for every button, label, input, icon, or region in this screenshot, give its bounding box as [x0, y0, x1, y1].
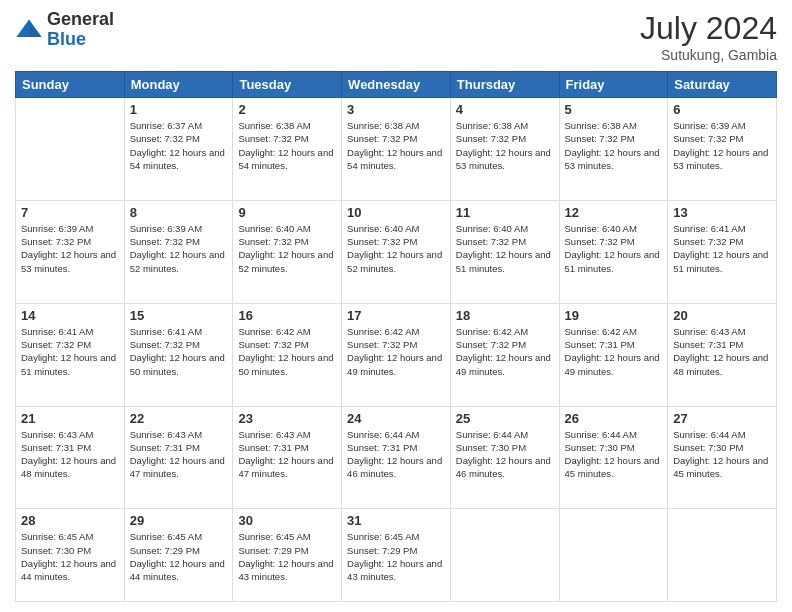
- day-info: Sunrise: 6:41 AMSunset: 7:32 PMDaylight:…: [130, 325, 228, 378]
- calendar-cell: 31Sunrise: 6:45 AMSunset: 7:29 PMDayligh…: [342, 509, 451, 602]
- day-number: 13: [673, 205, 771, 220]
- calendar-cell: 15Sunrise: 6:41 AMSunset: 7:32 PMDayligh…: [124, 303, 233, 406]
- month-year: July 2024: [640, 10, 777, 47]
- day-of-week-header: Thursday: [450, 72, 559, 98]
- day-number: 3: [347, 102, 445, 117]
- day-info: Sunrise: 6:38 AMSunset: 7:32 PMDaylight:…: [456, 119, 554, 172]
- day-number: 14: [21, 308, 119, 323]
- logo-icon: [15, 16, 43, 44]
- day-info: Sunrise: 6:43 AMSunset: 7:31 PMDaylight:…: [238, 428, 336, 481]
- day-info: Sunrise: 6:45 AMSunset: 7:29 PMDaylight:…: [130, 530, 228, 583]
- day-info: Sunrise: 6:42 AMSunset: 7:32 PMDaylight:…: [347, 325, 445, 378]
- day-of-week-header: Sunday: [16, 72, 125, 98]
- day-info: Sunrise: 6:38 AMSunset: 7:32 PMDaylight:…: [347, 119, 445, 172]
- day-number: 16: [238, 308, 336, 323]
- day-info: Sunrise: 6:44 AMSunset: 7:30 PMDaylight:…: [456, 428, 554, 481]
- day-number: 30: [238, 513, 336, 528]
- day-number: 5: [565, 102, 663, 117]
- day-number: 28: [21, 513, 119, 528]
- day-info: Sunrise: 6:38 AMSunset: 7:32 PMDaylight:…: [565, 119, 663, 172]
- calendar-week-row: 28Sunrise: 6:45 AMSunset: 7:30 PMDayligh…: [16, 509, 777, 602]
- day-number: 9: [238, 205, 336, 220]
- calendar-cell: 11Sunrise: 6:40 AMSunset: 7:32 PMDayligh…: [450, 200, 559, 303]
- day-info: Sunrise: 6:43 AMSunset: 7:31 PMDaylight:…: [673, 325, 771, 378]
- day-number: 26: [565, 411, 663, 426]
- day-of-week-header: Monday: [124, 72, 233, 98]
- day-number: 7: [21, 205, 119, 220]
- calendar-cell: 3Sunrise: 6:38 AMSunset: 7:32 PMDaylight…: [342, 98, 451, 201]
- day-info: Sunrise: 6:42 AMSunset: 7:32 PMDaylight:…: [456, 325, 554, 378]
- day-info: Sunrise: 6:40 AMSunset: 7:32 PMDaylight:…: [565, 222, 663, 275]
- header: General Blue July 2024 Sutukung, Gambia: [15, 10, 777, 63]
- day-info: Sunrise: 6:39 AMSunset: 7:32 PMDaylight:…: [21, 222, 119, 275]
- day-number: 8: [130, 205, 228, 220]
- calendar-cell: [16, 98, 125, 201]
- day-number: 17: [347, 308, 445, 323]
- logo-text: General Blue: [47, 10, 114, 50]
- day-info: Sunrise: 6:43 AMSunset: 7:31 PMDaylight:…: [130, 428, 228, 481]
- day-info: Sunrise: 6:45 AMSunset: 7:30 PMDaylight:…: [21, 530, 119, 583]
- calendar: SundayMondayTuesdayWednesdayThursdayFrid…: [15, 71, 777, 602]
- calendar-cell: 14Sunrise: 6:41 AMSunset: 7:32 PMDayligh…: [16, 303, 125, 406]
- calendar-cell: 19Sunrise: 6:42 AMSunset: 7:31 PMDayligh…: [559, 303, 668, 406]
- day-info: Sunrise: 6:43 AMSunset: 7:31 PMDaylight:…: [21, 428, 119, 481]
- calendar-cell: 13Sunrise: 6:41 AMSunset: 7:32 PMDayligh…: [668, 200, 777, 303]
- calendar-cell: 6Sunrise: 6:39 AMSunset: 7:32 PMDaylight…: [668, 98, 777, 201]
- logo-general: General: [47, 9, 114, 29]
- day-of-week-header: Friday: [559, 72, 668, 98]
- calendar-cell: 30Sunrise: 6:45 AMSunset: 7:29 PMDayligh…: [233, 509, 342, 602]
- calendar-cell: 4Sunrise: 6:38 AMSunset: 7:32 PMDaylight…: [450, 98, 559, 201]
- day-info: Sunrise: 6:39 AMSunset: 7:32 PMDaylight:…: [673, 119, 771, 172]
- calendar-cell: 23Sunrise: 6:43 AMSunset: 7:31 PMDayligh…: [233, 406, 342, 509]
- calendar-cell: 17Sunrise: 6:42 AMSunset: 7:32 PMDayligh…: [342, 303, 451, 406]
- svg-marker-1: [29, 19, 42, 37]
- day-info: Sunrise: 6:44 AMSunset: 7:31 PMDaylight:…: [347, 428, 445, 481]
- calendar-cell: [559, 509, 668, 602]
- day-number: 25: [456, 411, 554, 426]
- day-info: Sunrise: 6:45 AMSunset: 7:29 PMDaylight:…: [238, 530, 336, 583]
- day-number: 29: [130, 513, 228, 528]
- calendar-cell: 18Sunrise: 6:42 AMSunset: 7:32 PMDayligh…: [450, 303, 559, 406]
- calendar-cell: 2Sunrise: 6:38 AMSunset: 7:32 PMDaylight…: [233, 98, 342, 201]
- day-of-week-header: Tuesday: [233, 72, 342, 98]
- day-number: 31: [347, 513, 445, 528]
- day-info: Sunrise: 6:41 AMSunset: 7:32 PMDaylight:…: [673, 222, 771, 275]
- calendar-cell: 1Sunrise: 6:37 AMSunset: 7:32 PMDaylight…: [124, 98, 233, 201]
- calendar-cell: 8Sunrise: 6:39 AMSunset: 7:32 PMDaylight…: [124, 200, 233, 303]
- calendar-cell: 28Sunrise: 6:45 AMSunset: 7:30 PMDayligh…: [16, 509, 125, 602]
- calendar-cell: 21Sunrise: 6:43 AMSunset: 7:31 PMDayligh…: [16, 406, 125, 509]
- day-info: Sunrise: 6:45 AMSunset: 7:29 PMDaylight:…: [347, 530, 445, 583]
- calendar-cell: 24Sunrise: 6:44 AMSunset: 7:31 PMDayligh…: [342, 406, 451, 509]
- title-block: July 2024 Sutukung, Gambia: [640, 10, 777, 63]
- day-number: 6: [673, 102, 771, 117]
- calendar-cell: 27Sunrise: 6:44 AMSunset: 7:30 PMDayligh…: [668, 406, 777, 509]
- day-info: Sunrise: 6:41 AMSunset: 7:32 PMDaylight:…: [21, 325, 119, 378]
- day-number: 2: [238, 102, 336, 117]
- day-number: 20: [673, 308, 771, 323]
- day-number: 12: [565, 205, 663, 220]
- calendar-cell: 12Sunrise: 6:40 AMSunset: 7:32 PMDayligh…: [559, 200, 668, 303]
- calendar-week-row: 1Sunrise: 6:37 AMSunset: 7:32 PMDaylight…: [16, 98, 777, 201]
- day-number: 22: [130, 411, 228, 426]
- calendar-cell: 10Sunrise: 6:40 AMSunset: 7:32 PMDayligh…: [342, 200, 451, 303]
- day-number: 4: [456, 102, 554, 117]
- calendar-cell: 20Sunrise: 6:43 AMSunset: 7:31 PMDayligh…: [668, 303, 777, 406]
- calendar-cell: 26Sunrise: 6:44 AMSunset: 7:30 PMDayligh…: [559, 406, 668, 509]
- calendar-cell: 9Sunrise: 6:40 AMSunset: 7:32 PMDaylight…: [233, 200, 342, 303]
- location: Sutukung, Gambia: [640, 47, 777, 63]
- day-of-week-header: Wednesday: [342, 72, 451, 98]
- calendar-cell: 22Sunrise: 6:43 AMSunset: 7:31 PMDayligh…: [124, 406, 233, 509]
- calendar-cell: [668, 509, 777, 602]
- day-info: Sunrise: 6:39 AMSunset: 7:32 PMDaylight:…: [130, 222, 228, 275]
- calendar-cell: 29Sunrise: 6:45 AMSunset: 7:29 PMDayligh…: [124, 509, 233, 602]
- calendar-cell: 16Sunrise: 6:42 AMSunset: 7:32 PMDayligh…: [233, 303, 342, 406]
- day-number: 1: [130, 102, 228, 117]
- calendar-cell: 25Sunrise: 6:44 AMSunset: 7:30 PMDayligh…: [450, 406, 559, 509]
- day-number: 18: [456, 308, 554, 323]
- day-number: 19: [565, 308, 663, 323]
- calendar-header-row: SundayMondayTuesdayWednesdayThursdayFrid…: [16, 72, 777, 98]
- day-number: 24: [347, 411, 445, 426]
- day-info: Sunrise: 6:40 AMSunset: 7:32 PMDaylight:…: [238, 222, 336, 275]
- calendar-week-row: 14Sunrise: 6:41 AMSunset: 7:32 PMDayligh…: [16, 303, 777, 406]
- day-number: 15: [130, 308, 228, 323]
